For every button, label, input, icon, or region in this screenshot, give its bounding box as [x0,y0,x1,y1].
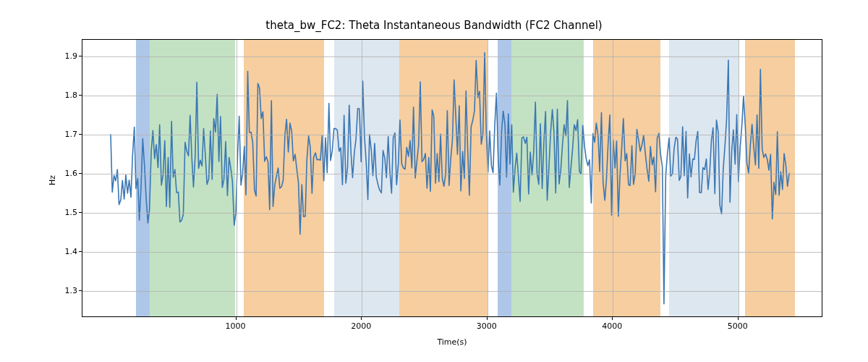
x-tick-label: 2000 [351,321,371,331]
y-tick-mark [79,56,82,56]
gridline-horizontal [82,213,822,214]
plot-area [82,39,822,317]
y-tick-mark [79,290,82,291]
x-tick-label: 5000 [728,321,748,331]
gridline-horizontal [82,252,822,253]
x-tick-mark [612,317,613,320]
gridline-horizontal [82,174,822,174]
y-tick-label: 1.5 [60,208,77,217]
y-tick-label: 1.7 [60,129,77,138]
x-tick-label: 1000 [226,321,246,331]
x-tick-label: 4000 [602,321,622,331]
gridline-vertical [237,40,237,316]
y-tick-label: 1.9 [60,51,77,60]
y-tick-mark [79,212,82,213]
gridline-horizontal [82,135,822,135]
x-tick-mark [487,317,488,320]
series-line [111,53,789,304]
x-axis-label: Time(s) [82,337,822,347]
y-tick-label: 1.8 [60,90,77,99]
x-tick-label: 3000 [477,321,497,331]
figure: theta_bw_FC2: Theta Instantaneous Bandwi… [0,0,868,362]
y-axis-label: Hz [48,175,57,185]
y-tick-mark [79,134,82,135]
y-tick-mark [79,251,82,252]
y-tick-mark [79,95,82,96]
gridline-vertical [362,40,362,316]
gridline-vertical [739,40,739,316]
y-tick-label: 1.4 [60,247,77,256]
y-tick-label: 1.3 [60,286,77,295]
x-tick-mark [236,317,237,320]
x-tick-mark [361,317,362,320]
gridline-horizontal [82,96,822,96]
y-tick-label: 1.6 [60,168,77,177]
gridline-vertical [488,40,488,316]
x-tick-mark [738,317,739,320]
y-tick-mark [79,173,82,174]
chart-title: theta_bw_FC2: Theta Instantaneous Bandwi… [0,19,868,32]
gridline-vertical [613,40,613,316]
gridline-horizontal [82,291,822,292]
gridline-horizontal [82,56,822,57]
line-series [82,40,822,316]
